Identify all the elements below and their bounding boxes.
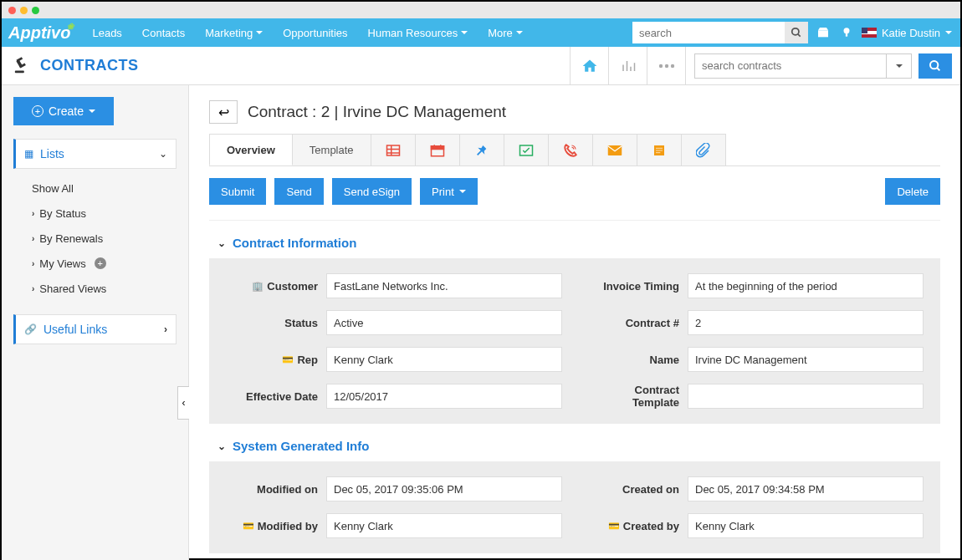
sidebar-item-shared-views[interactable]: ›Shared Views [32, 276, 177, 301]
tab-calendar-icon[interactable] [415, 134, 460, 165]
tab-table-icon[interactable] [371, 134, 416, 165]
search-icon [791, 27, 802, 38]
svg-point-0 [792, 28, 799, 35]
chevron-right-icon: › [32, 259, 34, 268]
submit-button[interactable]: Submit [209, 178, 266, 205]
status-field[interactable]: Active [326, 310, 562, 335]
tab-note-icon[interactable] [637, 134, 682, 165]
name-field[interactable]: Irvine DC Management [688, 347, 924, 372]
invoice-timing-field[interactable]: At the beginning of the period [688, 273, 924, 298]
section-toggle[interactable]: ⌄Contract Information [209, 236, 940, 250]
global-search-button[interactable] [785, 22, 808, 43]
effective-date-field[interactable]: 12/05/2017 [326, 384, 562, 409]
send-button[interactable]: Send [274, 178, 323, 205]
nav-leads[interactable]: Leads [82, 18, 131, 47]
chevron-right-icon: › [32, 234, 34, 243]
notification-icon[interactable] [838, 24, 855, 41]
nav-contacts[interactable]: Contacts [132, 18, 195, 47]
tab-template[interactable]: Template [292, 134, 371, 165]
print-button[interactable]: Print [420, 178, 478, 205]
rep-field[interactable]: Kenny Clark [326, 347, 562, 372]
action-bar: Submit Send Send eSign Print Delete [209, 166, 940, 221]
main-content: ↩ Contract : 2 | Irvine DC Management Ov… [189, 85, 960, 560]
gavel-icon [13, 57, 32, 75]
sidebar-item-label: Lists [40, 147, 64, 160]
modified-on-field: Dec 05, 2017 09:35:06 PM [326, 476, 562, 501]
svg-point-13 [658, 64, 662, 67]
section-system-info: ⌄System Generated Info Modified onDec 05… [209, 439, 940, 553]
link-icon: 🔗 [24, 323, 37, 335]
nav-marketing[interactable]: Marketing [195, 18, 273, 47]
svg-rect-23 [431, 145, 443, 149]
sidebar-item-by-renewals[interactable]: ›By Renewals [32, 226, 177, 251]
field-label: Customer [267, 280, 318, 293]
module-search-button[interactable] [919, 53, 952, 79]
sidebar-item-my-views[interactable]: ›My Views+ [32, 251, 177, 276]
add-icon[interactable]: + [95, 257, 106, 269]
tab-task-icon[interactable] [504, 134, 549, 165]
user-menu[interactable]: Katie Dustin [862, 27, 952, 39]
field-label: Effective Date [246, 390, 318, 403]
more-icon[interactable] [647, 47, 685, 85]
plus-icon: + [32, 105, 43, 117]
caret-down-icon [89, 109, 95, 113]
sidebar-item-by-status[interactable]: ›By Status [32, 201, 177, 226]
card-icon: 💳 [608, 521, 620, 532]
chevron-right-icon: › [32, 284, 34, 293]
brand-logo[interactable]: Apptivo❀ [2, 23, 82, 43]
section-title: Contract Information [233, 236, 356, 250]
tab-pin-icon[interactable] [459, 134, 504, 165]
contract-num-field[interactable]: 2 [688, 310, 924, 335]
tab-call-icon[interactable] [548, 134, 593, 165]
window-min-icon[interactable] [20, 7, 28, 14]
field-label: Modified on [257, 483, 318, 496]
create-button[interactable]: + Create [13, 97, 114, 125]
section-toggle[interactable]: ⌄System Generated Info [209, 439, 940, 453]
sidebar-item-lists[interactable]: ▦ Lists ⌄ [13, 139, 177, 169]
nav-hr[interactable]: Human Resources [358, 18, 478, 47]
created-by-field: Kenny Clark [688, 513, 924, 538]
global-search-input[interactable] [632, 22, 785, 43]
caret-down-icon [461, 31, 468, 34]
send-esign-button[interactable]: Send eSign [332, 178, 412, 205]
sidebar-item-useful-links[interactable]: 🔗 Useful Links › [13, 314, 177, 344]
tab-attachment-icon[interactable] [681, 134, 726, 165]
card-icon: 💳 [282, 354, 294, 365]
field-label: Name [650, 354, 679, 366]
svg-line-1 [798, 34, 801, 37]
tab-email-icon[interactable] [592, 134, 637, 165]
window-max-icon[interactable] [32, 7, 39, 14]
chevron-down-icon: ⌄ [217, 237, 226, 249]
module-search-input[interactable] [694, 53, 887, 79]
svg-point-16 [930, 61, 938, 69]
svg-rect-4 [846, 33, 847, 37]
card-icon: 💳 [243, 521, 254, 532]
nav-opportunities[interactable]: Opportunities [273, 18, 357, 47]
flag-icon [862, 28, 877, 38]
back-button[interactable]: ↩ [209, 100, 238, 124]
tab-overview[interactable]: Overview [209, 134, 293, 165]
delete-button[interactable]: Delete [885, 178, 940, 205]
contract-template-field[interactable] [688, 384, 924, 409]
field-label: Contract Template [587, 384, 679, 409]
tab-strip: Overview Template [209, 134, 940, 166]
home-icon[interactable] [570, 47, 608, 85]
svg-rect-5 [15, 70, 24, 73]
caret-down-icon [896, 64, 903, 68]
nav-more[interactable]: More [478, 18, 533, 47]
window-close-icon[interactable] [8, 7, 16, 14]
dashboard-icon[interactable] [608, 47, 647, 85]
sidebar-item-show-all[interactable]: Show All [32, 176, 177, 201]
field-label: Status [284, 317, 318, 329]
section-title: System Generated Info [233, 439, 369, 453]
store-icon[interactable] [815, 24, 832, 41]
module-search-dropdown[interactable] [887, 53, 912, 79]
created-on-field: Dec 05, 2017 09:34:58 PM [688, 476, 924, 501]
svg-rect-18 [386, 145, 399, 155]
sidebar-collapse[interactable]: ‹ [177, 386, 189, 420]
svg-point-15 [670, 64, 673, 67]
customer-field[interactable]: FastLane Networks Inc. [326, 273, 562, 298]
module-title: CONTRACTS [40, 57, 139, 74]
search-icon [929, 59, 942, 73]
module-header: CONTRACTS [2, 47, 960, 85]
